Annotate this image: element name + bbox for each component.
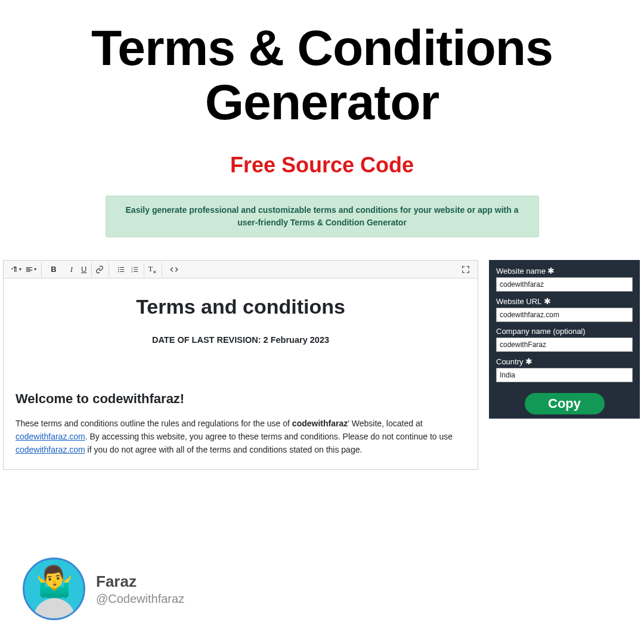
- bold-button[interactable]: B: [45, 262, 62, 277]
- page-title: Terms & Conditions Generator: [0, 0, 644, 129]
- doc-title: Terms and conditions: [16, 295, 466, 318]
- document-content[interactable]: Terms and conditions DATE OF LAST REVISI…: [4, 278, 478, 470]
- doc-revision-date: DATE OF LAST REVISION: 2 February 2023: [16, 335, 466, 345]
- website-name-input[interactable]: [496, 277, 633, 292]
- editor-panel: ▾ ▾ B I U 123 T✕ Terms and conditions DA…: [3, 260, 478, 470]
- ordered-list-button[interactable]: 123: [131, 262, 144, 277]
- svg-point-1: [118, 269, 119, 270]
- country-input[interactable]: [496, 368, 633, 382]
- fullscreen-button[interactable]: [457, 262, 474, 277]
- author-handle: @Codewithfaraz: [96, 592, 184, 606]
- italic-button[interactable]: I: [63, 262, 80, 277]
- paragraph-style-button[interactable]: ▾: [7, 262, 24, 277]
- underline-button[interactable]: U: [81, 262, 92, 277]
- svg-point-0: [118, 267, 119, 268]
- company-name-label: Company name (optional): [496, 327, 633, 336]
- copy-button[interactable]: Copy: [525, 393, 605, 414]
- author-card: 🤷‍♂️ Faraz @Codewithfaraz: [23, 558, 184, 620]
- form-sidebar: Website name ✱ Website URL ✱ Company nam…: [489, 260, 640, 419]
- website-url-label: Website URL ✱: [496, 296, 633, 306]
- editor-toolbar: ▾ ▾ B I U 123 T✕: [4, 261, 478, 278]
- code-button[interactable]: [166, 262, 182, 277]
- company-name-input[interactable]: [496, 338, 633, 352]
- clear-format-button[interactable]: T✕: [148, 262, 162, 277]
- country-label: Country ✱: [496, 357, 633, 366]
- author-name: Faraz: [96, 572, 184, 591]
- link-button[interactable]: [95, 262, 109, 277]
- subtitle: Free Source Code: [0, 153, 644, 178]
- align-button[interactable]: ▾: [25, 262, 42, 277]
- svg-point-2: [118, 271, 119, 273]
- paragraph-2: The following terminology applies to the…: [16, 467, 466, 470]
- description-banner: Easily generate professional and customi…: [106, 196, 539, 237]
- website-link-2[interactable]: codewithfaraz.com: [16, 445, 85, 454]
- paragraph-1: These terms and conditions outline the r…: [16, 417, 466, 456]
- website-name-label: Website name ✱: [496, 266, 633, 275]
- avatar: 🤷‍♂️: [23, 558, 85, 620]
- bullet-list-button[interactable]: [113, 262, 129, 277]
- website-link[interactable]: codewithfaraz.com: [16, 432, 85, 441]
- svg-text:3: 3: [132, 271, 133, 273]
- welcome-heading: Welcome to codewithfaraz!: [16, 391, 466, 407]
- website-url-input[interactable]: [496, 308, 633, 322]
